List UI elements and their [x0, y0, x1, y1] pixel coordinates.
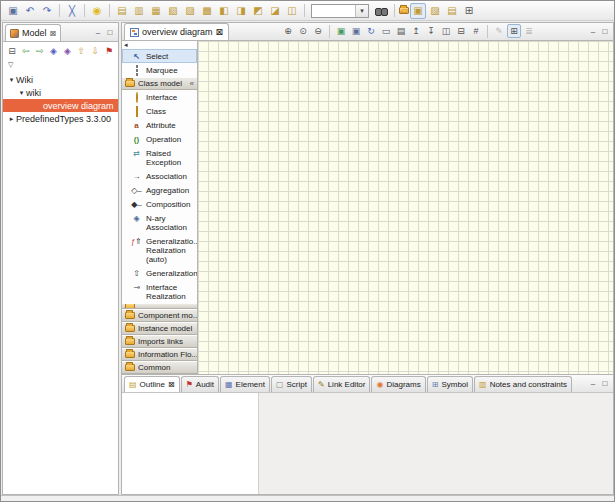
- palette-item-interface-realization[interactable]: ⊸ Interface Realization: [122, 280, 197, 303]
- redo-icon[interactable]: ↷: [39, 3, 55, 19]
- model-tool-icon-2[interactable]: ▥: [131, 3, 147, 19]
- tab-label: Diagrams: [386, 380, 420, 389]
- close-icon[interactable]: ⊠: [50, 29, 57, 38]
- tree-item-wiki-project[interactable]: ▾ Wiki: [3, 73, 118, 86]
- zoom-out-icon[interactable]: ⊖: [311, 24, 325, 38]
- tab-notes-and-constraints[interactable]: ▥ Notes and constraints: [474, 376, 572, 392]
- print-icon[interactable]: ▤: [394, 24, 408, 38]
- palette-section-instance-model[interactable]: Instance model: [122, 322, 197, 335]
- flag-icon[interactable]: ⚑: [103, 44, 115, 57]
- snap-to-grid-icon[interactable]: #: [469, 24, 483, 38]
- maximize-icon[interactable]: □: [600, 379, 610, 388]
- fit-height-icon[interactable]: ⊟: [454, 24, 468, 38]
- model-tool-icon-7[interactable]: ◧: [216, 3, 232, 19]
- palette-collapse-icon[interactable]: ◂: [122, 41, 197, 49]
- navigate-forward-icon[interactable]: ⇨: [34, 44, 46, 57]
- tab-diagrams[interactable]: ◉ Diagrams: [371, 376, 425, 392]
- maximize-icon[interactable]: □: [105, 28, 115, 37]
- export-image-icon[interactable]: ▣: [334, 24, 348, 38]
- diagram-canvas[interactable]: [198, 41, 613, 374]
- configuration-icon[interactable]: ╳: [64, 3, 80, 19]
- model-tool-icon-11[interactable]: ◫: [284, 3, 300, 19]
- model-tool-icon-3[interactable]: ▦: [148, 3, 164, 19]
- next-modified-icon[interactable]: ◈: [62, 44, 74, 57]
- minimize-icon[interactable]: ‒: [93, 28, 103, 37]
- model-tool-icon-9[interactable]: ◩: [250, 3, 266, 19]
- palette-item-nary-association[interactable]: ◈ N-ary Association: [122, 211, 197, 234]
- expand-arrow-icon[interactable]: ▸: [7, 115, 16, 123]
- tree-item-wiki-model[interactable]: ▾ wiki: [3, 86, 118, 99]
- palette-section-imports-links[interactable]: Imports links: [122, 335, 197, 348]
- minimize-icon[interactable]: ‒: [588, 27, 598, 36]
- collapse-all-icon[interactable]: ⊟: [6, 44, 18, 57]
- palette-item-attribute[interactable]: a Attribute: [122, 118, 197, 132]
- palette-tool-select[interactable]: ↖ Select: [122, 49, 197, 63]
- zoom-original-icon[interactable]: ⊙: [296, 24, 310, 38]
- tab-element[interactable]: ▦ Element: [220, 376, 270, 392]
- palette-tool-marquee[interactable]: Marquee: [122, 63, 197, 77]
- palette-item-class[interactable]: Class: [122, 104, 197, 118]
- palette-section-class-model[interactable]: Class model «: [122, 77, 197, 90]
- maximize-icon[interactable]: □: [600, 27, 610, 36]
- outline-content[interactable]: [122, 393, 259, 494]
- filter-icon[interactable]: ▨: [427, 3, 443, 19]
- palette-item-composition[interactable]: ◆– Composition: [122, 197, 197, 211]
- link-with-explorer-icon[interactable]: ▣: [410, 3, 426, 19]
- save-icon[interactable]: ▣: [5, 3, 21, 19]
- tab-audit[interactable]: ⚑ Audit: [181, 376, 219, 392]
- refresh-icon[interactable]: ▤: [444, 3, 460, 19]
- expand-arrow-icon[interactable]: ▾: [17, 89, 26, 97]
- tree-item-predefined-types[interactable]: ▸ PredefinedTypes 3.3.00: [3, 112, 118, 125]
- view-menu-icon[interactable]: ▽: [8, 61, 13, 69]
- palette-item-aggregation[interactable]: ◇– Aggregation: [122, 183, 197, 197]
- show-grid-icon[interactable]: ⊞: [507, 24, 521, 38]
- palette-item-interface[interactable]: Interface: [122, 90, 197, 104]
- close-icon[interactable]: ⊠: [216, 27, 224, 37]
- palette-item-association[interactable]: → Association: [122, 169, 197, 183]
- tree-item-overview-diagram[interactable]: overview diagram: [3, 99, 118, 112]
- refresh-diagram-icon[interactable]: ↻: [364, 24, 378, 38]
- undo-icon[interactable]: ↶: [22, 3, 38, 19]
- palette-item-operation[interactable]: () Operation: [122, 132, 197, 146]
- table-view-icon[interactable]: ⊞: [461, 3, 477, 19]
- expand-links-icon[interactable]: ↥: [409, 24, 423, 38]
- move-up-icon[interactable]: ⇧: [75, 44, 87, 57]
- zoom-in-icon[interactable]: ⊕: [281, 24, 295, 38]
- selection-mode-icon[interactable]: ▭: [379, 24, 393, 38]
- collapse-section-icon[interactable]: «: [190, 79, 194, 88]
- palette-item-generalization-realization-auto[interactable]: ƒ⇑ Generalizatio... Realization (auto): [122, 234, 197, 266]
- chevron-down-icon[interactable]: ▾: [355, 5, 368, 17]
- tab-overview-diagram[interactable]: overview diagram ⊠: [124, 23, 229, 40]
- audit-light-icon[interactable]: ◉: [89, 3, 105, 19]
- tree-item-label: wiki: [26, 88, 41, 98]
- model-tool-icon-5[interactable]: ▨: [182, 3, 198, 19]
- close-icon[interactable]: ⊠: [168, 380, 175, 389]
- tab-script[interactable]: ▢ Script: [271, 376, 312, 392]
- expand-arrow-icon[interactable]: ▾: [7, 76, 16, 84]
- save-diagram-icon[interactable]: ▣: [349, 24, 363, 38]
- tab-model[interactable]: Model ⊠: [5, 24, 61, 41]
- palette-item-generalization[interactable]: ⇧ Generalization: [122, 266, 197, 280]
- model-tool-icon-10[interactable]: ◪: [267, 3, 283, 19]
- model-tool-icon-4[interactable]: ▧: [165, 3, 181, 19]
- search-icon[interactable]: [374, 4, 388, 18]
- tab-outline[interactable]: ▤ Outline ⊠: [124, 376, 180, 392]
- search-input[interactable]: [312, 5, 355, 16]
- minimize-icon[interactable]: ‒: [588, 379, 598, 388]
- collapse-links-icon[interactable]: ↧: [424, 24, 438, 38]
- tab-symbol[interactable]: ⊞ Symbol: [427, 376, 473, 392]
- palette-section-information-flows[interactable]: Information Flo...: [122, 348, 197, 361]
- palette-section-component-model[interactable]: Component mo...: [122, 309, 197, 322]
- model-tool-icon-6[interactable]: ▩: [199, 3, 215, 19]
- tab-link-editor[interactable]: ✎ Link Editor: [313, 376, 371, 392]
- palette-item-raised-exception[interactable]: ⇄ Raised Exception: [122, 146, 197, 169]
- search-combo[interactable]: ▾: [311, 4, 369, 18]
- navigate-back-icon[interactable]: ⇦: [20, 44, 32, 57]
- previous-modified-icon[interactable]: ◈: [48, 44, 60, 57]
- model-tool-icon-8[interactable]: ◨: [233, 3, 249, 19]
- model-tool-icon-1[interactable]: ▤: [114, 3, 130, 19]
- open-folder-icon[interactable]: ▱: [399, 7, 409, 14]
- fit-width-icon[interactable]: ◫: [439, 24, 453, 38]
- move-down-icon[interactable]: ⇩: [89, 44, 101, 57]
- palette-section-common[interactable]: Common: [122, 361, 197, 374]
